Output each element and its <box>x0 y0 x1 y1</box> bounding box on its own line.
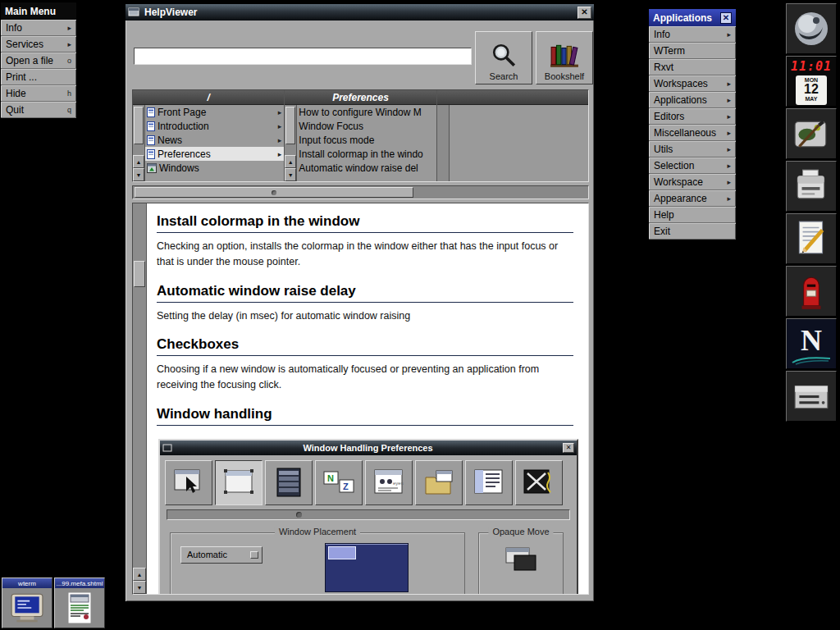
section-heading: Checkboxes <box>157 336 573 356</box>
embedded-icon-paths <box>415 460 463 505</box>
apps-menu-item-miscellaneous[interactable]: Miscellaneous ▸ <box>649 125 736 141</box>
apps-menu-item-appearance[interactable]: Appearance ▸ <box>649 190 736 207</box>
main-menu-item-hide[interactable]: Hide h <box>1 85 76 102</box>
browser-horizontal-scrollbar[interactable] <box>132 185 589 199</box>
browser-list: How to configure Window M Window Focus I… <box>297 105 436 181</box>
column-scrollbar[interactable]: ▲ ▼ <box>133 105 145 181</box>
submenu-arrow-icon: ▸ <box>727 162 731 170</box>
clock-time: 11:01 <box>791 59 832 74</box>
apps-menu-item-help[interactable]: Help <box>649 207 736 223</box>
bookshelf-button[interactable]: Bookshelf <box>536 31 593 84</box>
main-menu-item-services[interactable]: Services ▸ <box>1 36 76 52</box>
menu-item-shortcut: q <box>67 106 71 114</box>
menu-item-label: Services <box>6 39 43 50</box>
svg-text:Z: Z <box>343 482 349 491</box>
apps-menu-item-editors[interactable]: Editors ▸ <box>649 108 736 125</box>
printer-icon <box>792 167 830 206</box>
dock-tile-clock[interactable]: 11:01 MON 12 MAY <box>786 56 837 107</box>
menu-item-shortcut: o <box>67 57 71 65</box>
browser-item-label: How to configure Window M <box>299 107 433 118</box>
miniwindow-shtml-page[interactable]: ...99.mefa.shtml <box>54 578 105 628</box>
scrollbar-knob[interactable] <box>134 261 145 287</box>
browser-item-news[interactable]: News ▸ <box>145 133 284 147</box>
embedded-icon-expert <box>515 460 563 505</box>
main-menu-item-print[interactable]: Print ... <box>1 69 76 85</box>
browser-item-install-colormap[interactable]: Install colormap in the windo <box>297 147 436 161</box>
window-icon <box>128 7 140 17</box>
browser-item-window-focus[interactable]: Window Focus <box>297 119 436 133</box>
menu-item-label: Print ... <box>6 71 37 83</box>
main-menu-item-open-a-file[interactable]: Open a file o <box>1 52 76 69</box>
browser-item-front-page[interactable]: Front Page ▸ <box>145 105 284 119</box>
dock-tile-windowmaker[interactable] <box>786 3 837 54</box>
apps-menu-item-selection[interactable]: Selection ▸ <box>649 158 736 174</box>
browser-item-introduction[interactable]: Introduction ▸ <box>145 119 284 133</box>
browser-column-root: / ▲ ▼ <box>133 90 285 181</box>
apps-menu-item-applications[interactable]: Applications ▸ <box>649 92 736 108</box>
clock-calendar: MON 12 MAY <box>796 75 827 105</box>
dock-tile-paint[interactable] <box>786 108 837 159</box>
main-menu-titlebar[interactable]: Main Menu <box>1 2 76 20</box>
dock-tile-notes[interactable] <box>786 213 837 264</box>
menu-item-label: Open a file <box>6 55 53 66</box>
apps-menu-item-rxvt[interactable]: Rxvt <box>649 59 736 75</box>
browser-item-input-focus-mode[interactable]: Input focus mode <box>297 133 436 147</box>
main-menu-item-quit[interactable]: Quit q <box>1 102 76 118</box>
window-title: HelpViewer <box>144 7 578 18</box>
scroll-down-button[interactable]: ▼ <box>133 581 146 594</box>
browser-item-windows[interactable]: Windows <box>145 161 284 175</box>
submenu-arrow-icon: ▸ <box>727 194 731 203</box>
dock-tile-mailbox[interactable] <box>786 266 837 317</box>
helpviewer-titlebar[interactable]: HelpViewer ✕ <box>126 4 594 21</box>
netscape-horizon-icon <box>791 355 832 365</box>
browser-item-how-to-configure[interactable]: How to configure Window M <box>297 105 436 119</box>
scroll-up-button[interactable]: ▲ <box>285 155 296 168</box>
scrollbar-knob[interactable] <box>285 107 295 144</box>
embedded-icon-scroller <box>167 509 570 520</box>
column-scrollbar[interactable] <box>437 105 450 181</box>
column-header <box>437 90 588 105</box>
postbox-mail-icon <box>792 271 830 312</box>
menu-item-label: Utils <box>654 144 673 155</box>
scrollbar-knob[interactable] <box>135 187 413 198</box>
search-button[interactable]: Search <box>475 31 532 84</box>
browser-item-label: Window Focus <box>299 121 433 132</box>
dock-tile-netscape[interactable]: N <box>786 318 837 369</box>
menu-item-label: Workspace <box>654 176 703 188</box>
dock-tile-drive[interactable] <box>786 371 837 422</box>
dock-tile-printer[interactable] <box>786 161 837 212</box>
group-label: Opaque Move <box>488 527 553 536</box>
applications-menu-titlebar[interactable]: Applications ✕ <box>649 9 736 26</box>
miniwindow-wterm[interactable]: wterm <box>2 578 52 628</box>
browser-item-preferences-selected[interactable]: Preferences ▸ <box>145 147 284 161</box>
close-icon[interactable]: ✕ <box>720 12 732 24</box>
close-button[interactable]: ✕ <box>578 7 591 19</box>
scroll-up-button[interactable]: ▲ <box>133 568 146 581</box>
svg-text:eyes: eyes <box>393 481 404 486</box>
apps-menu-item-workspace[interactable]: Workspace ▸ <box>649 174 736 190</box>
column-scrollbar[interactable]: ▲ ▼ <box>285 105 297 181</box>
browser-item-label: Introduction <box>158 121 276 132</box>
bookshelf-icon <box>550 42 579 68</box>
scroll-down-button[interactable]: ▼ <box>133 168 144 181</box>
apps-menu-item-info[interactable]: Info ▸ <box>649 26 736 43</box>
browser-item-automatic-raise[interactable]: Automatic window raise del <box>297 161 436 175</box>
scroll-up-button[interactable]: ▲ <box>133 155 144 168</box>
scrollbar-knob[interactable] <box>134 107 144 144</box>
apps-menu-item-exit[interactable]: Exit <box>649 223 736 240</box>
browser-item-label: Preferences <box>158 148 276 160</box>
search-input[interactable] <box>134 48 472 65</box>
apps-menu-item-utils[interactable]: Utils ▸ <box>649 141 736 158</box>
submenu-arrow-icon: ▸ <box>67 24 71 32</box>
menu-item-label: Rxvt <box>654 62 673 73</box>
menu-item-label: Info <box>6 22 22 34</box>
apps-menu-item-workspaces[interactable]: Workspaces ▸ <box>649 75 736 92</box>
apps-menu-item-wterm[interactable]: WTerm <box>649 43 736 59</box>
help-content-area: ▲ ▼ Install colormap in the window Check… <box>132 203 589 595</box>
embedded-icon-misc <box>465 460 513 505</box>
main-menu-item-info[interactable]: Info ▸ <box>1 20 76 36</box>
menu-item-label: Editors <box>654 111 684 122</box>
menu-item-label: Miscellaneous <box>654 127 716 139</box>
scroll-down-button[interactable]: ▼ <box>285 168 296 181</box>
content-scrollbar[interactable]: ▲ ▼ <box>133 203 147 594</box>
